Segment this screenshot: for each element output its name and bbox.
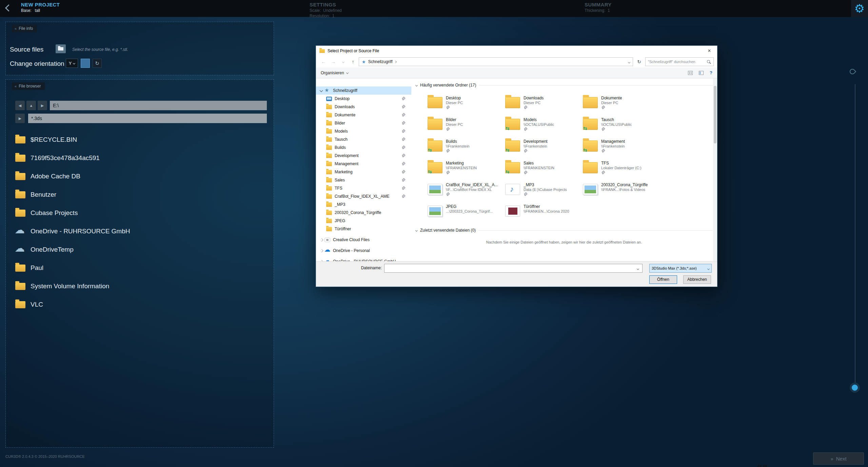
- filter-input[interactable]: *.3ds: [28, 114, 267, 123]
- nav-forward-button[interactable]: ▶: [38, 101, 47, 110]
- dialog-forward-button[interactable]: →: [329, 58, 337, 66]
- preview-pane-icon[interactable]: [699, 71, 704, 75]
- frequent-folder-tile[interactable]: Downloads Dieser PC: [503, 94, 581, 116]
- expander-icon[interactable]: [319, 249, 323, 253]
- folder-list-item[interactable]: Cubase Projects: [6, 204, 274, 222]
- tree-item[interactable]: Dokumente: [316, 111, 411, 119]
- expander-icon[interactable]: [319, 238, 323, 242]
- wizard-step[interactable]: NEW PROJECT Base: tall: [21, 2, 60, 13]
- folder-list-item[interactable]: $RECYCLE.BIN: [6, 131, 274, 149]
- zoom-slider-track[interactable]: [855, 84, 855, 389]
- tree-item[interactable]: _MP3: [316, 200, 411, 209]
- frequent-folder-tile[interactable]: Models \\OCTALUS\Public: [503, 116, 581, 137]
- chevron-down-icon: [415, 84, 418, 86]
- next-button[interactable]: » Next: [813, 452, 864, 465]
- dialog-up-button[interactable]: ↑: [349, 58, 357, 66]
- view-options-icon[interactable]: [688, 71, 693, 75]
- tree-item[interactable]: Creative Cloud Files: [316, 236, 411, 244]
- history-dropdown-button[interactable]: [339, 58, 347, 66]
- tree-item[interactable]: OneDrive - Personal: [316, 247, 411, 255]
- tree-item[interactable]: Downloads: [316, 103, 411, 111]
- tree-item[interactable]: TFS: [316, 184, 411, 192]
- filetype-select[interactable]: 3DStudio Max (*.3ds;*.ase): [649, 264, 712, 273]
- folder-list-item[interactable]: OneDriveTemp: [6, 240, 274, 259]
- frequent-folder-tile[interactable]: Development \\Frankenstein: [503, 137, 581, 159]
- cancel-button[interactable]: Abbrechen: [683, 275, 711, 284]
- wizard-step[interactable]: SUMMARY Thickening: 1: [585, 2, 612, 13]
- orientation-flip-button[interactable]: [81, 59, 90, 68]
- frequent-folder-tile[interactable]: Marketing \\FRANKENSTEIN: [426, 159, 503, 181]
- folder-list-item[interactable]: 7169f53ce478a34ac591: [6, 149, 274, 167]
- file-browser-header[interactable]: « File browser: [12, 82, 45, 90]
- frequent-folder-tile[interactable]: CrafBot_Flow_IDEX_XL_A... \\F...\CraftBo…: [426, 181, 503, 202]
- address-dropdown-button[interactable]: [628, 59, 630, 64]
- tree-item[interactable]: Sales: [316, 176, 411, 184]
- folder-list-item[interactable]: System Volume Information: [6, 277, 274, 295]
- axis-select[interactable]: Y: [66, 59, 78, 68]
- recent-files-header[interactable]: Zuletzt verwendete Dateien (0): [416, 228, 713, 233]
- tree-item[interactable]: Desktop: [316, 95, 411, 103]
- tree-item[interactable]: JPEG: [316, 217, 411, 225]
- tree-item[interactable]: Development: [316, 152, 411, 160]
- tree-item[interactable]: Bilder: [316, 119, 411, 127]
- organize-button[interactable]: Organisieren: [321, 71, 348, 75]
- frequent-folder-tile[interactable]: 200320_Corona_Türgriffe \\FRANK...\Fotos…: [581, 181, 658, 202]
- tree-item[interactable]: Builds: [316, 143, 411, 152]
- tree-item[interactable]: Schnellzugriff: [316, 86, 411, 95]
- dialog-back-button[interactable]: ←: [319, 58, 328, 66]
- tree-item[interactable]: Models: [316, 127, 411, 135]
- filter-apply-button[interactable]: ▶: [15, 114, 25, 123]
- tree-item[interactable]: Marketing: [316, 168, 411, 176]
- folder-list-item[interactable]: Paul: [6, 259, 274, 277]
- zoom-slider-knob[interactable]: [850, 383, 860, 393]
- tree-item[interactable]: CrafBot_Flow_IDEX_XL_AME: [316, 192, 411, 200]
- tree-item[interactable]: Management: [316, 160, 411, 168]
- tile-meta: Builds \\Frankenstein: [446, 139, 470, 153]
- folder-list-item[interactable]: OneDrive - RUHRSOURCE GmbH: [6, 222, 274, 240]
- close-button[interactable]: ×: [702, 46, 717, 56]
- tree-item-label: Marketing: [335, 170, 353, 174]
- frequent-folder-tile[interactable]: Management \\Frankenstein: [581, 137, 658, 159]
- frequent-folder-tile[interactable]: JPEG ...\200323_Corona_Türgrif...: [426, 202, 503, 224]
- help-icon[interactable]: ?: [710, 70, 712, 75]
- frequent-folder-tile[interactable]: Desktop Dieser PC: [426, 94, 503, 116]
- pin-icon: [401, 105, 405, 109]
- frequent-folder-tile[interactable]: Bilder Dieser PC: [426, 116, 503, 137]
- browse-source-button[interactable]: [56, 44, 66, 53]
- folder-list-item[interactable]: Benutzer: [6, 186, 274, 204]
- file-info-header[interactable]: « File info: [12, 25, 37, 32]
- expander-icon[interactable]: [319, 89, 323, 93]
- open-button[interactable]: Öffnen: [649, 275, 677, 284]
- dialog-titlebar[interactable]: Select Project or Source File: [316, 46, 717, 56]
- frequent-folder-tile[interactable]: Builds \\Frankenstein: [426, 137, 503, 159]
- tree-item[interactable]: Tausch: [316, 135, 411, 143]
- combo-dropdown-button[interactable]: [637, 266, 639, 271]
- tree-item[interactable]: 200320_Corona_Türgriffe: [316, 209, 411, 217]
- nav-back-button[interactable]: ◀: [15, 101, 25, 110]
- breadcrumb-label[interactable]: Schnellzugriff: [368, 59, 393, 64]
- breadcrumb[interactable]: ★ Schnellzugriff: [359, 57, 633, 66]
- orientation-rotate-button[interactable]: ↻: [93, 59, 102, 68]
- nav-up-button[interactable]: ▲: [26, 101, 36, 110]
- folder-list-item[interactable]: VLC: [6, 295, 274, 314]
- tree-item-icon: [326, 137, 332, 142]
- frequent-folder-tile[interactable]: Sales \\FRANKENSTEIN: [503, 159, 581, 181]
- frequent-folder-tile[interactable]: Dokumente Dieser PC: [581, 94, 658, 116]
- frequent-folder-tile[interactable]: Tausch \\OCTALUS\Public: [581, 116, 658, 137]
- frequent-folder-tile[interactable]: _MP3 Data (E:)\Cubase Projects: [503, 181, 581, 202]
- tree-item[interactable]: Türöffner: [316, 225, 411, 233]
- path-input[interactable]: E:\: [50, 101, 267, 110]
- refresh-button[interactable]: ↻: [635, 57, 644, 66]
- settings-gear-button[interactable]: ⚙: [851, 0, 868, 17]
- filename-input[interactable]: [384, 264, 643, 273]
- frequent-folders-header[interactable]: Häufig verwendete Ordner (17): [416, 83, 713, 87]
- folder-list-item[interactable]: Adobe Cache DB: [6, 167, 274, 186]
- chevron-right-icon[interactable]: [394, 60, 397, 63]
- search-input[interactable]: "Schnellzugriff" durchsuchen: [645, 57, 714, 66]
- tree-item[interactable]: OneDrive - RUHRSOURCE GmbH: [316, 257, 411, 261]
- wizard-step[interactable]: SETTINGS Scale: Undefined Resolution: 1: [310, 2, 342, 18]
- tile-path: \\OCTALUS\Public: [601, 122, 632, 127]
- tile-meta: Management \\Frankenstein: [601, 139, 625, 153]
- frequent-folder-tile[interactable]: Türöffner \\FRANKEN...\Corona 2020: [503, 202, 581, 224]
- frequent-folder-tile[interactable]: TFS Lokaler Datenträger (C:): [581, 159, 658, 181]
